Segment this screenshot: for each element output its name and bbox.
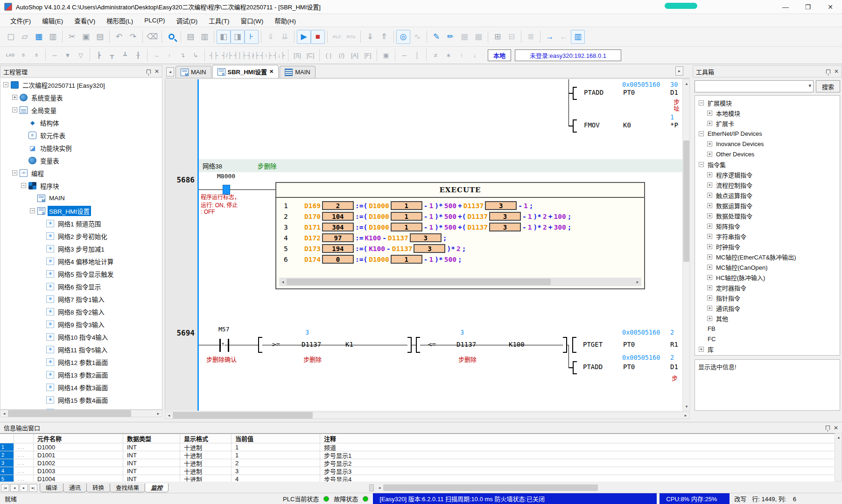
tree-item[interactable]: 网络10 指令4输入 <box>0 330 162 343</box>
lad-mode-button[interactable]: LAD <box>4 49 17 61</box>
tree-item[interactable]: +MC轴控(CanOpen) <box>695 262 840 272</box>
tree-item[interactable]: −EtherNet/IP Devices <box>695 128 840 139</box>
tree-item[interactable]: +流程控制指令 <box>695 180 840 190</box>
tree-item[interactable]: +系统变量表 <box>0 91 162 104</box>
tree-item[interactable]: 网络11 指令5输入 <box>0 343 162 356</box>
tree-item[interactable]: +HC轴控(脉冲输入) <box>695 272 840 282</box>
delete-lines-button[interactable]: ∗ <box>442 49 455 61</box>
expander-icon[interactable]: + <box>707 121 712 126</box>
instruction-target[interactable]: D1 <box>670 89 678 96</box>
execute-hscrollbar[interactable]: ◂ ▸ <box>279 278 641 286</box>
scroll-right-icon[interactable]: ▸ <box>154 410 162 417</box>
prev-tab-icon[interactable]: ◂ <box>10 484 19 492</box>
open-file-button[interactable]: ▱ <box>18 30 32 44</box>
applied-instruction-button[interactable]: [A] <box>348 49 361 61</box>
coil-not-button[interactable]: (/) <box>335 49 348 61</box>
execute-block[interactable]: EXECUTE 1D1692:=(D10001-1)*500+D11373-1;… <box>275 182 645 289</box>
tree-item[interactable]: +库 <box>695 344 840 354</box>
last-tab-icon[interactable]: ▸| <box>29 484 37 492</box>
instruction-operand[interactable]: PT0 <box>623 341 635 348</box>
function-instruction-button[interactable]: [F] <box>361 49 374 61</box>
menu-item-9[interactable]: 帮助(H) <box>269 14 302 27</box>
scroll-up-icon[interactable]: ▴ <box>683 80 690 87</box>
instruction-target[interactable]: D1 <box>670 363 678 371</box>
watch-row[interactable]: 4. . .D1003INT十进制3步号显示3 <box>0 467 842 475</box>
ladder-canvas[interactable]: PTADD PT0 0x00505160 30 D1 步址 FMOV K0 1 … <box>199 79 682 411</box>
menu-item-8[interactable]: 窗口(W) <box>235 14 269 27</box>
branch-cross-button[interactable]: ╂ <box>132 49 145 61</box>
watch-row[interactable]: 3. . .D1002INT十进制2步号显示2 <box>0 459 842 467</box>
instruction-target[interactable]: *P <box>670 121 678 129</box>
count-coil-button[interactable]: [C] <box>304 49 317 61</box>
watch-row[interactable]: 1. . .D1000INT十进制1频道 <box>0 443 842 451</box>
tree-item[interactable]: 网络14 参数3画面 <box>0 381 162 393</box>
scroll-right-icon[interactable]: ▸ <box>634 278 641 286</box>
contact-falling-button[interactable]: ┤↓├ <box>273 49 286 61</box>
expander-icon[interactable]: + <box>707 224 712 229</box>
paste-button[interactable]: ▤ <box>93 30 107 44</box>
close-button[interactable]: ✕ <box>820 0 841 14</box>
ladder-symbol-button[interactable]: ⊦ <box>245 30 259 44</box>
browse-cell[interactable]: . . . <box>14 459 34 467</box>
print-button[interactable]: ▤ <box>183 30 197 44</box>
delete-row-button[interactable]: ⊟ <box>505 30 519 44</box>
st-line[interactable]: 1D1692:=(D10001-1)*500+D11373-1; <box>276 200 644 211</box>
tree-item[interactable]: 功能块实例 <box>0 141 162 154</box>
oscilloscope-button[interactable]: ◎ <box>396 30 410 44</box>
contact-closed-button[interactable]: ┤/├ <box>220 49 233 61</box>
arrow-right-button[interactable]: → <box>150 49 163 61</box>
tree-item[interactable]: 网络15 参数4画面 <box>0 393 162 406</box>
memory-view-button[interactable]: ▥ <box>571 30 585 44</box>
tree-item[interactable]: +指针指令 <box>695 293 840 303</box>
sfc-step-2-button[interactable]: S <box>30 49 43 61</box>
instruction-name[interactable]: PTGET <box>583 341 603 348</box>
watch-row[interactable]: 5. . .D1004INT十进制4步号显示4 <box>0 475 842 482</box>
instruction-name[interactable]: PTADD <box>584 89 603 96</box>
instruction-block-button[interactable]: ▣ <box>379 49 393 61</box>
scroll-up-icon[interactable]: ▴ <box>835 434 842 441</box>
copy-button[interactable]: ▣ <box>79 30 93 44</box>
draw-down-filled-button[interactable]: ▼ <box>61 49 74 61</box>
jump-in-button[interactable]: → <box>543 30 557 44</box>
tree-item[interactable]: −二次编程20250711 [Easy320] <box>0 78 162 91</box>
expander-icon[interactable]: + <box>707 203 712 208</box>
st-line[interactable]: 3D171304:=(D10001-1)*500+(D11373-1)*2+30… <box>276 222 644 232</box>
scroll-thumb[interactable] <box>683 140 689 262</box>
expander-icon[interactable]: − <box>699 100 704 105</box>
close-panel-icon[interactable]: ✕ <box>834 68 839 75</box>
trace-button[interactable]: ∿ <box>410 30 424 44</box>
redo-button[interactable]: ↷ <box>126 30 140 44</box>
tree-item[interactable]: +触点运算指令 <box>695 190 840 200</box>
column-header[interactable]: 数据类型 <box>123 434 180 443</box>
rising-edge-icon[interactable]: ↑ <box>221 341 225 347</box>
expander-icon[interactable]: − <box>12 170 17 175</box>
scroll-thumb[interactable] <box>8 410 131 417</box>
column-header-blank[interactable] <box>0 434 14 443</box>
menu-item-3[interactable]: 查看(V) <box>69 14 101 27</box>
scroll-left-icon[interactable]: ◂ <box>165 412 173 419</box>
pin-icon[interactable] <box>147 70 151 74</box>
output-tab-通讯[interactable]: 通讯 <box>63 483 87 492</box>
tree-item[interactable]: −扩展模块 <box>695 98 840 108</box>
expander-icon[interactable]: − <box>699 131 704 136</box>
editor-vscrollbar[interactable]: ▴ ▾ <box>682 79 690 411</box>
tree-item[interactable]: +时钟指令 <box>695 241 840 252</box>
tree-item[interactable]: +本地模块 <box>695 108 840 118</box>
contact-open-button[interactable]: ┤├ <box>207 49 220 61</box>
compile-button[interactable]: ⇓ <box>264 30 278 44</box>
expander-icon[interactable]: + <box>707 306 712 311</box>
find-button[interactable] <box>164 30 178 44</box>
upload-program-button[interactable]: ⇑ <box>377 30 391 44</box>
splitter-handle[interactable] <box>369 484 374 491</box>
arrow-up-button[interactable]: ↑ <box>163 49 176 61</box>
coil-output-button[interactable]: ( ) <box>322 49 335 61</box>
branch-add-button[interactable]: ┣ <box>92 49 105 61</box>
st-line[interactable]: 2D170104:=(D10001-1)*500+(D11373-1)*2+10… <box>276 211 644 222</box>
toolbox-search-input[interactable] <box>695 80 814 92</box>
tab-scroll-left-icon[interactable]: ◂ <box>166 67 174 77</box>
tree-item[interactable]: FB <box>695 323 840 334</box>
instruction-operand[interactable]: PT0 <box>623 363 635 371</box>
expander-icon[interactable]: + <box>707 111 712 116</box>
scroll-down-icon[interactable]: ▾ <box>683 403 690 410</box>
browse-cell[interactable]: . . . <box>14 443 34 451</box>
